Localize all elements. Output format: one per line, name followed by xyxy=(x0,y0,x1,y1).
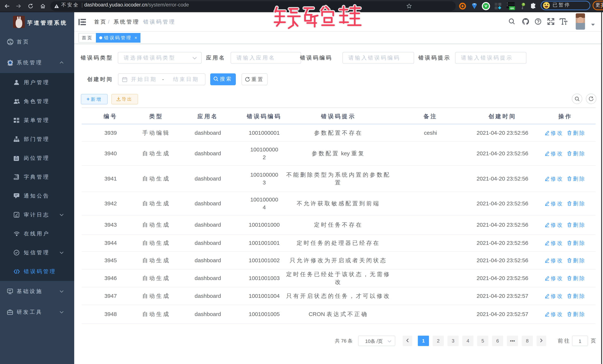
svg-text:on: on xyxy=(510,7,514,10)
